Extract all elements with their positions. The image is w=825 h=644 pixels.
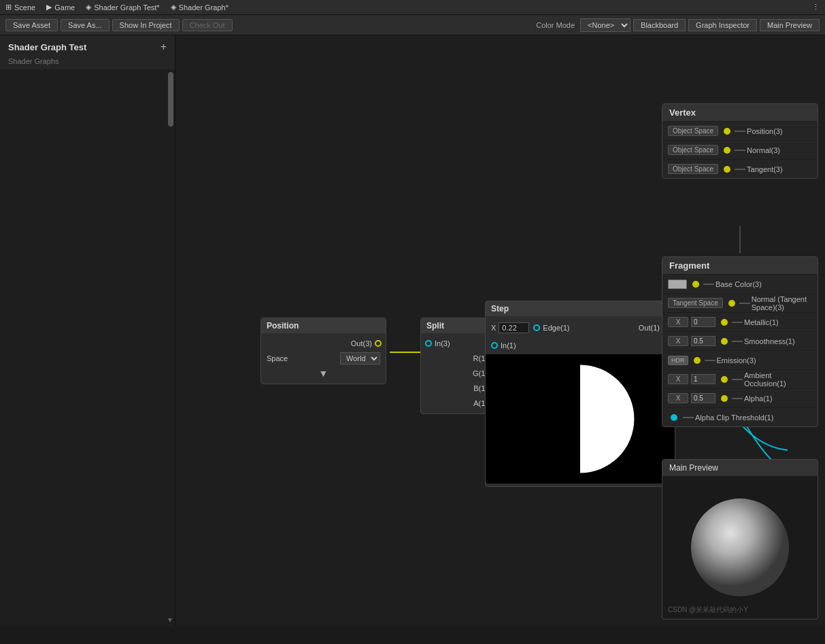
fragment-emission-line [705, 360, 715, 361]
menu-scene[interactable]: ⊞ Scene [5, 3, 35, 12]
vertex-position-port[interactable] [724, 128, 730, 135]
position-space-select[interactable]: World [340, 352, 380, 365]
step-preview-area [486, 354, 675, 484]
fragment-metallic-line [732, 322, 743, 323]
fragment-metallic-port[interactable] [721, 319, 728, 326]
vertex-normal-row: Object Space Normal(3) [662, 140, 818, 159]
fragment-alphaclip-row: Alpha Clip Threshold(1) [662, 407, 818, 426]
fragment-smoothness-port[interactable] [721, 338, 728, 345]
step-node: Step X Edge(1) Out(1) In(1) [485, 301, 675, 487]
position-dropdown-row: ▼ [261, 366, 386, 381]
menu-shader-graph[interactable]: ◈ Shader Graph* [171, 3, 229, 12]
fragment-ao-port[interactable] [721, 376, 728, 383]
vertex-tangent-line [735, 169, 745, 170]
step-preview-svg [486, 354, 675, 484]
shader-graph-test-icon: ◈ [86, 3, 91, 12]
position-out-label: Out(3) [351, 339, 372, 348]
main-layout: Shader Graph Test + Shader Graphs ▼ Posi… [0, 35, 825, 626]
fragment-ao-row: X Ambient Occlusion(1) [662, 369, 818, 388]
vertex-position-space[interactable]: Object Space [668, 126, 718, 136]
color-mode-select[interactable]: <None> [580, 18, 630, 32]
menu-game[interactable]: ▶ Game [46, 3, 75, 12]
fragment-alpha-port[interactable] [721, 395, 728, 402]
menu-shader-graph-test[interactable]: ◈ Shader Graph Test* [86, 3, 159, 12]
main-preview-button[interactable]: Main Preview [760, 19, 820, 31]
vertex-tangent-port[interactable] [724, 166, 730, 173]
position-node: Position Out(3) Space World ▼ [260, 318, 386, 384]
step-edge-port-in[interactable] [533, 324, 540, 331]
watermark: CSDN @呆呆敲代码的小Y [668, 605, 748, 615]
fragment-basecolor-line [703, 284, 714, 285]
step-in-label: In(1) [501, 341, 516, 350]
vertex-panel: Vertex Object Space Position(3) Object S… [662, 103, 818, 179]
vertex-normal-space[interactable]: Object Space [668, 145, 718, 155]
top-menubar: ⊞ Scene ▶ Game ◈ Shader Graph Test* ◈ Sh… [0, 0, 825, 15]
left-sidebar: Shader Graph Test + Shader Graphs ▼ [0, 35, 175, 626]
position-space-label: Space [267, 354, 288, 362]
fragment-alpha-line [732, 398, 743, 399]
sidebar-title-text: Shader Graph Test [8, 42, 86, 52]
vertex-normal-port[interactable] [724, 147, 730, 154]
split-in-label: In(3) [435, 339, 450, 348]
split-in-port[interactable] [425, 340, 432, 347]
fragment-metallic-row: X Metallic(1) [662, 312, 818, 331]
fragment-ao-line [732, 379, 743, 380]
step-node-header: Step [486, 301, 675, 316]
vertex-panel-header: Vertex [662, 104, 818, 121]
vertex-position-line [735, 131, 745, 132]
fragment-metallic-x-label: X [668, 317, 688, 327]
scene-icon: ⊞ [5, 3, 12, 12]
step-out-label: Out(1) [639, 324, 660, 332]
toolbar: Save Asset Save As... Show In Project Ch… [0, 15, 825, 35]
step-node-body: X Edge(1) Out(1) In(1) [486, 316, 675, 486]
fragment-basecolor-swatch[interactable] [668, 279, 687, 289]
vertex-normal-line [735, 150, 745, 151]
vertex-position-row: Object Space Position(3) [662, 121, 818, 140]
graph-inspector-button[interactable]: Graph Inspector [688, 19, 757, 31]
fragment-basecolor-port[interactable] [692, 281, 699, 288]
blackboard-button[interactable]: Blackboard [633, 19, 686, 31]
color-mode-label: Color Mode [536, 21, 575, 29]
fragment-normal-port[interactable] [728, 300, 735, 307]
fragment-alphaclip-line [683, 417, 694, 418]
step-x-label: X [491, 324, 496, 332]
sidebar-scroll-area: ▼ [0, 69, 175, 626]
position-node-header: Position [261, 318, 386, 333]
show-in-project-button[interactable]: Show In Project [112, 19, 180, 31]
fragment-alpha-x-label: X [668, 393, 688, 403]
fragment-normal-row: Tangent Space Normal (Tangent Space)(3) [662, 293, 818, 312]
step-in-port[interactable] [491, 342, 498, 349]
fragment-smoothness-input[interactable] [691, 336, 715, 346]
fragment-normal-line [739, 303, 750, 304]
save-as-button[interactable]: Save As... [61, 19, 110, 31]
sphere-shape [691, 498, 789, 596]
check-out-button: Check Out [182, 19, 233, 31]
position-node-body: Out(3) Space World ▼ [261, 333, 386, 384]
sidebar-scroll-down-icon: ▼ [167, 616, 173, 624]
vertex-tangent-row: Object Space Tangent(3) [662, 159, 818, 178]
vertex-tangent-space[interactable]: Object Space [668, 164, 718, 174]
overflow-menu[interactable]: ⋮ [812, 3, 820, 12]
preview-sphere-svg [686, 493, 794, 602]
save-asset-button[interactable]: Save Asset [5, 19, 58, 31]
fragment-panel: Fragment Base Color(3) Tangent Space Nor… [662, 256, 818, 427]
fragment-metallic-input[interactable] [691, 317, 715, 327]
fragment-ao-input[interactable] [691, 374, 715, 384]
shader-graph-icon: ◈ [171, 3, 176, 12]
fragment-alphaclip-port[interactable] [671, 414, 677, 421]
fragment-normal-space[interactable]: Tangent Space [668, 298, 723, 308]
fragment-alpha-input[interactable] [691, 393, 715, 403]
fragment-smoothness-x-label: X [668, 336, 688, 346]
position-expand-icon[interactable]: ▼ [319, 368, 329, 379]
sidebar-subtitle: Shader Graphs [0, 56, 175, 69]
fragment-basecolor-row: Base Color(3) [662, 274, 818, 293]
graph-canvas[interactable]: Position Out(3) Space World ▼ [175, 35, 825, 626]
fragment-smoothness-row: X Smoothness(1) [662, 331, 818, 350]
step-x-input[interactable] [499, 322, 529, 333]
fragment-panel-header: Fragment [662, 257, 818, 274]
position-out-port[interactable] [375, 340, 382, 347]
fragment-emission-port[interactable] [694, 357, 701, 364]
sidebar-scrollbar[interactable] [168, 72, 173, 126]
sidebar-add-button[interactable]: + [161, 41, 167, 53]
fragment-emission-hdr: HDR [668, 356, 688, 365]
